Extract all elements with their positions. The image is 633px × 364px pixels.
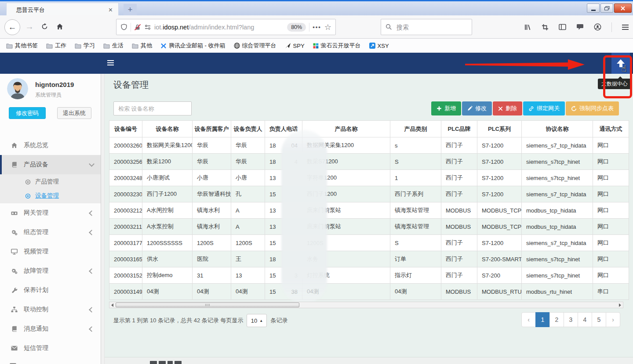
sidebar-subitem[interactable]: 设备管理 xyxy=(0,189,101,203)
column-header[interactable]: 设备所属客户 xyxy=(193,121,231,137)
permissions-icon[interactable] xyxy=(144,24,151,31)
bind-gateway-button[interactable]: 绑定网关 xyxy=(523,101,565,115)
table-row[interactable]: 200003152控制demo3113153灯控系统指示灯西门子S7-200si… xyxy=(109,267,629,284)
bookmark-item[interactable]: 综合管理平台 xyxy=(234,42,276,50)
url-text[interactable]: iot.idosp.net/admin/index.html?lang xyxy=(154,24,284,31)
pager-prev-button[interactable]: ‹ xyxy=(521,312,536,327)
table-row[interactable]: 200003260数据网关采集1200华辰华辰1804数据网关采集1200s西门… xyxy=(109,137,629,154)
force-sync-button[interactable]: 强制同步点表 xyxy=(566,101,619,115)
bookmark-item[interactable]: 萤石云开放平台 xyxy=(313,42,361,50)
table-row[interactable]: 200003212A水闸控制镇海水利A13庶来门前泵站镇海泵站管理MODBUSM… xyxy=(109,202,629,219)
bookmark-star-icon[interactable]: ☆ xyxy=(324,22,331,32)
home-button[interactable] xyxy=(56,23,63,30)
search-icon xyxy=(386,24,392,30)
sidebar-item-maintenance[interactable]: 保养计划 xyxy=(0,281,101,300)
bookmark-item[interactable]: SPY xyxy=(285,43,305,49)
delete-button[interactable]: 删除 xyxy=(493,101,522,115)
new-tab-button[interactable]: + xyxy=(124,4,137,15)
table-cell: 供水 xyxy=(142,251,193,267)
table-cell: 控制demo xyxy=(142,267,193,284)
scroll-left-arrow-icon[interactable] xyxy=(111,303,113,307)
table-row[interactable]: 20000314904测04测04测153804测04测MODBUSMODBUS… xyxy=(109,284,629,300)
account-icon[interactable] xyxy=(594,23,601,31)
sidebar-item-message[interactable]: 消息通知 xyxy=(0,319,101,339)
bookmark-item[interactable]: 腾讯企业邮箱 - 收件箱 xyxy=(160,42,226,50)
table-row[interactable]: 200003211A水泵控制镇海水利A13庶来门前泵站镇海泵站管理MODBUSM… xyxy=(109,219,629,235)
column-header[interactable]: 设备负责人 xyxy=(231,121,265,137)
pager-page-button[interactable]: 5 xyxy=(592,312,606,327)
sidebar-item-overview[interactable]: 系统总览 xyxy=(0,136,101,155)
tab-close-icon[interactable]: × xyxy=(106,6,115,14)
screenshot-icon[interactable] xyxy=(542,24,549,31)
url-bar[interactable]: iot.idosp.net/admin/index.html?lang 80% … xyxy=(116,19,336,35)
insecure-lock-icon[interactable] xyxy=(134,24,141,31)
table-row[interactable]: 200003256数采1200华辰华辰184数采S71200S西门子S7-120… xyxy=(109,154,629,170)
column-header[interactable]: 协议名称 xyxy=(522,121,593,137)
sidebar-toggle-icon[interactable] xyxy=(559,24,566,30)
browser-search-input[interactable] xyxy=(396,23,467,31)
page-size-dropdown[interactable]: 10 ▲ xyxy=(247,314,267,327)
sidebar-subitem[interactable]: 产品管理 xyxy=(0,175,101,189)
browser-tab[interactable]: 思普云平台 × xyxy=(6,3,119,17)
table-cell: 200003165 xyxy=(109,251,142,267)
column-header[interactable]: 设备名称 xyxy=(142,121,193,137)
bookmark-item[interactable]: 其他书签 xyxy=(6,42,38,50)
pager-page-button[interactable]: 3 xyxy=(564,312,578,327)
logout-button[interactable]: 退出系统 xyxy=(57,107,91,119)
pager-next-button[interactable]: › xyxy=(606,312,620,327)
sidebar-item-gateway[interactable]: 网关管理 xyxy=(0,203,101,223)
bookmark-item[interactable]: 学习 xyxy=(75,42,95,50)
table-cell: 网口 xyxy=(593,251,629,267)
pager-page-button[interactable]: 4 xyxy=(578,312,592,327)
table-row[interactable]: 200003230西门子1200华辰智通科技孔15西门子1200西门子系列西门子… xyxy=(109,186,629,202)
bookmark-item[interactable]: 工作 xyxy=(46,42,66,50)
zoom-level-badge[interactable]: 80% xyxy=(287,23,306,32)
bookmark-item[interactable]: 其他 xyxy=(132,42,152,50)
library-icon[interactable] xyxy=(524,24,531,31)
bookmarks-bar: 其他书签工作学习生活其他腾讯企业邮箱 - 收件箱综合管理平台SPY萤石云开放平台… xyxy=(0,39,633,53)
table-row[interactable]: 200003248小唐测试小唐小唐13字符串12001西门子S7-1200sie… xyxy=(109,170,629,186)
column-header[interactable]: 通讯方式 xyxy=(593,121,629,137)
sidebar-item-product-device[interactable]: 产品设备 xyxy=(0,155,101,174)
sidebar-item-sms[interactable]: 短信管理 xyxy=(0,339,101,358)
scroll-right-arrow-icon[interactable] xyxy=(619,303,621,307)
sidebar-subitem-label: 设备管理 xyxy=(35,192,59,200)
table-cell: 数据网关采集1200 xyxy=(142,137,193,154)
table-row[interactable]: 2000031771200SSSSSS1200S1200S151200SS西门子… xyxy=(109,235,629,251)
column-header[interactable]: 设备编号 xyxy=(109,121,142,137)
button-label: 修改 xyxy=(475,105,487,112)
forward-button[interactable]: → xyxy=(25,22,34,32)
column-header[interactable]: PLC系列 xyxy=(477,121,522,137)
restore-button[interactable] xyxy=(600,4,613,13)
reload-button[interactable] xyxy=(41,23,48,30)
sidebar-item-linkage[interactable]: 联动控制 xyxy=(0,300,101,319)
pager-page-button[interactable]: 2 xyxy=(549,312,564,327)
below-panel-area xyxy=(105,357,633,364)
page-actions-icon[interactable]: ••• xyxy=(313,24,321,30)
close-button[interactable] xyxy=(614,4,632,13)
horizontal-scrollbar[interactable] xyxy=(109,302,623,308)
sidebar-item-video[interactable]: 视频管理 xyxy=(0,242,101,261)
edit-button[interactable]: 修改 xyxy=(462,101,492,115)
messages-icon[interactable] xyxy=(576,24,584,30)
sidebar-item-scada[interactable]: 组态管理 xyxy=(0,223,101,242)
folder-icon xyxy=(75,43,81,49)
add-button[interactable]: 新增 xyxy=(431,101,461,115)
table-cell: 200003211 xyxy=(109,219,142,235)
column-header[interactable]: 产品类别 xyxy=(390,121,441,137)
menu-hamburger-icon[interactable] xyxy=(622,25,629,30)
column-header[interactable]: PLC品牌 xyxy=(441,121,477,137)
change-password-button[interactable]: 修改密码 xyxy=(9,107,46,119)
bookmark-item[interactable]: XSY xyxy=(369,43,389,49)
device-search-input[interactable] xyxy=(113,101,192,115)
sidebar-collapse-icon[interactable] xyxy=(107,60,114,65)
bookmark-item[interactable]: 生活 xyxy=(103,42,124,50)
scrollbar-thumb[interactable] xyxy=(116,303,299,307)
table-row[interactable]: 200003165供水医院王18水务订单西门子S7-200-SMARTsieme… xyxy=(109,251,629,267)
minimize-button[interactable] xyxy=(587,4,600,13)
back-button[interactable]: ← xyxy=(4,19,20,35)
shield-icon[interactable] xyxy=(120,24,127,31)
browser-search[interactable] xyxy=(381,19,472,35)
sidebar-item-fault[interactable]: 故障管理 xyxy=(0,261,101,281)
pager-page-button[interactable]: 1 xyxy=(535,312,550,327)
